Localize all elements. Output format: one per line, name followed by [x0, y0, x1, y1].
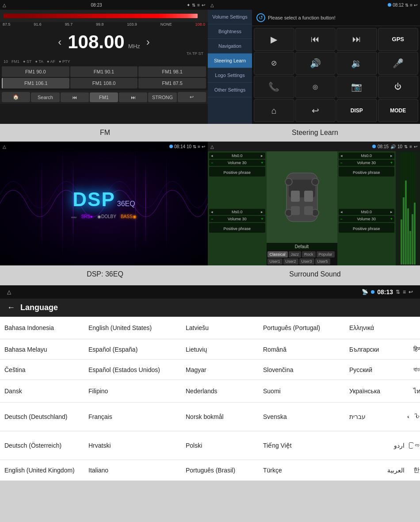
lang-cell-1-1[interactable]: Español (España) [84, 340, 181, 359]
lang-cell-6-5[interactable]: 한국어 [409, 460, 420, 480]
fm-band-button[interactable]: FM1 [90, 92, 118, 102]
lang-cell-3-3[interactable]: Suomi [259, 381, 345, 401]
sidebar-item-other[interactable]: Other Settings [208, 83, 252, 97]
lang-cell-3-0[interactable]: Dansk [0, 381, 84, 401]
sidebar-item-logo[interactable]: Logo Settings [208, 68, 252, 83]
eq-tab-user1[interactable]: User1 [267, 258, 283, 265]
fm-prev-button[interactable]: ‹ [52, 36, 68, 48]
surround-default-button[interactable]: Default [267, 243, 337, 250]
eq-tab-classical[interactable]: Classical [267, 251, 288, 257]
lang-cell-0-5[interactable]: فارسی [409, 318, 420, 338]
dsp-tag-srs: SRS● [81, 214, 93, 219]
lang-cell-6-2[interactable]: Português (Brasil) [181, 461, 259, 480]
lang-cell-5-4[interactable]: اردو [345, 436, 409, 455]
fm-preset-1[interactable]: FM1 90.0 [2, 66, 69, 77]
eq-tab-rock[interactable]: Rock [302, 251, 316, 257]
sidebar-item-steering[interactable]: Steering Learn [208, 54, 252, 68]
surround-fl-plus[interactable]: + [261, 161, 263, 165]
steer-power-button[interactable]: ⏻ [378, 76, 419, 99]
surround-fr-plus[interactable]: + [390, 161, 393, 165]
lang-cell-3-1[interactable]: Filipino [84, 381, 181, 401]
fm-next-button2[interactable]: ⏭ [119, 92, 147, 102]
surround-rr-plus[interactable]: + [390, 217, 393, 221]
steer-phone-button[interactable]: 📞 [254, 76, 294, 99]
lang-cell-1-0[interactable]: Bahasa Melayu [0, 340, 84, 359]
lang-cell-3-2[interactable]: Nederlands [181, 381, 259, 401]
fm-preset-2[interactable]: FM1 90.1 [70, 66, 138, 77]
lang-cell-4-0[interactable]: Deutsch (Deutschland) [0, 407, 84, 426]
lang-cell-4-2[interactable]: Norsk bokmål [181, 407, 259, 426]
lang-cell-6-4[interactable]: العربية [345, 461, 409, 480]
lang-cell-2-2[interactable]: Magyar [181, 360, 259, 380]
lang-cell-6-0[interactable]: English (United Kingdom) [0, 461, 84, 480]
surround-fl-minus[interactable]: − [211, 161, 213, 165]
fm-search-button[interactable]: Search [31, 92, 59, 102]
lang-cell-1-4[interactable]: Български [345, 340, 409, 359]
lang-cell-6-3[interactable]: Türkçe [259, 461, 345, 480]
fm-next-button[interactable]: › [140, 36, 156, 48]
sidebar-item-navigation[interactable]: Navigation [208, 39, 252, 54]
lang-cell-0-2[interactable]: Latviešu [181, 318, 259, 338]
lang-cell-0-4[interactable]: Ελληνικά [345, 318, 409, 338]
steer-home-button[interactable]: ⌂ [254, 99, 294, 122]
eq-tab-user5[interactable]: User5 [315, 258, 330, 265]
surround-rl-minus[interactable]: − [211, 217, 213, 221]
fm-preset-6[interactable]: FM1 87.5 [138, 78, 206, 88]
steer-back-button[interactable]: ↩ [295, 99, 336, 122]
steer-mic-button[interactable]: 🎤 [378, 52, 419, 75]
steer-disp-button[interactable]: DISP [336, 99, 377, 122]
lang-cell-5-3[interactable]: Tiếng Việt [259, 436, 345, 455]
lang-cell-3-5[interactable]: ไทย [409, 380, 420, 402]
fm-preset-5[interactable]: FM1 108.0 [70, 78, 138, 88]
steer-next-button[interactable]: ⏭ [336, 28, 377, 51]
steer-volup-button[interactable]: 🔊 [295, 52, 336, 75]
lang-cell-0-1[interactable]: English (United States) [84, 318, 181, 338]
lang-cell-2-5[interactable]: বাংলা [409, 360, 420, 380]
lang-cell-0-3[interactable]: Português (Portugal) [259, 318, 345, 338]
lang-cell-5-5[interactable]: ကြ [409, 436, 420, 455]
steer-prev-button[interactable]: ⏮ [295, 28, 336, 51]
fm-signal-bar [4, 14, 198, 18]
steer-mute-button[interactable]: ⊘ [254, 52, 294, 75]
lang-back-button[interactable]: ← [7, 303, 15, 312]
fm-strong-button[interactable]: STRONG [148, 92, 176, 102]
eq-tab-popular[interactable]: Popular [317, 251, 335, 257]
eq-tab-user3[interactable]: User3 [299, 258, 314, 265]
surround-rl-plus[interactable]: + [261, 217, 263, 221]
fm-back-button[interactable]: ↩ [178, 92, 206, 102]
lang-cell-2-0[interactable]: Čeština [0, 360, 84, 380]
lang-cell-4-3[interactable]: Svenska [259, 407, 345, 426]
fm-home-button[interactable]: 🏠 [2, 92, 30, 102]
eq-tab-user2[interactable]: User2 [283, 258, 298, 265]
steer-voldown-button[interactable]: 🔉 [336, 52, 377, 75]
lang-cell-1-2[interactable]: Lietuvių [181, 340, 259, 359]
refresh-icon[interactable]: ↺ [256, 13, 265, 22]
lang-cell-2-4[interactable]: Русский [345, 360, 409, 380]
steer-mode-button[interactable]: MODE [378, 99, 419, 122]
sidebar-item-volume[interactable]: Volume Settings [208, 10, 252, 24]
fm-prev-button2[interactable]: ⏮ [61, 92, 89, 102]
lang-cell-4-5[interactable]: ပေါ [409, 407, 420, 426]
lang-cell-1-3[interactable]: Română [259, 340, 345, 359]
steer-view-button[interactable]: ◎ [295, 76, 336, 99]
steer-play-button[interactable]: ▶ [254, 28, 294, 51]
lang-cell-5-2[interactable]: Polski [181, 436, 259, 455]
lang-cell-1-5[interactable]: हिन्दी [409, 339, 420, 359]
lang-cell-2-3[interactable]: Slovenčina [259, 360, 345, 380]
lang-cell-6-1[interactable]: Italiano [84, 461, 181, 480]
fm-preset-4[interactable]: FM1 106.1 [2, 78, 69, 88]
eq-tab-jazz[interactable]: Jazz [289, 251, 302, 257]
lang-cell-3-4[interactable]: Українська [345, 381, 409, 401]
sidebar-item-brightness[interactable]: Brightness [208, 24, 252, 39]
steer-camera-button[interactable]: 📷 [336, 76, 377, 99]
steer-gps-button[interactable]: GPS [378, 28, 419, 51]
fm-preset-3[interactable]: FM1 98.1 [138, 66, 206, 77]
surround-fr-minus[interactable]: − [340, 161, 343, 165]
surround-rr-minus[interactable]: − [340, 217, 343, 221]
lang-cell-0-0[interactable]: Bahasa Indonesia [0, 318, 84, 338]
lang-cell-4-4[interactable]: עברית [345, 407, 409, 426]
lang-cell-4-1[interactable]: Français [84, 407, 181, 426]
lang-cell-2-1[interactable]: Español (Estados Unidos) [84, 360, 181, 380]
lang-cell-5-1[interactable]: Hrvatski [84, 436, 181, 455]
lang-cell-5-0[interactable]: Deutsch (Österreich) [0, 436, 84, 455]
